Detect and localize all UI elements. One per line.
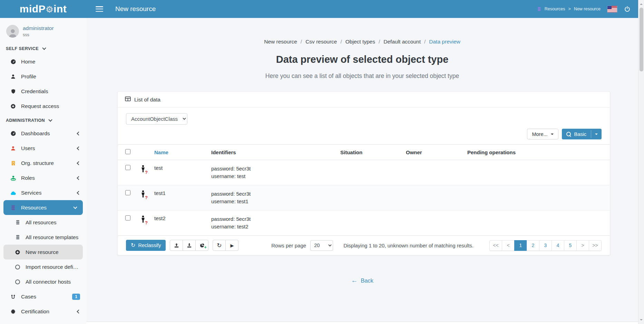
- sidebar-item-roles[interactable]: Roles: [0, 170, 86, 185]
- sidebar-toggle-button[interactable]: [96, 6, 103, 12]
- search-mode-dropdown[interactable]: [591, 129, 602, 139]
- dashboard-icon: [9, 59, 17, 65]
- role-user-icon: [9, 175, 17, 181]
- column-header-owner: Owner: [403, 145, 465, 160]
- cell-pending-operations: [465, 210, 610, 236]
- section-self-service[interactable]: SELF SERVICE: [0, 42, 86, 54]
- breadcrumb-separator: >: [568, 7, 571, 11]
- row-checkbox[interactable]: [125, 165, 130, 170]
- upload-button[interactable]: [170, 240, 183, 251]
- sidebar-item-dashboards[interactable]: Dashboards: [0, 126, 86, 141]
- cell-identifiers: password: 5ecr3tusername: test: [208, 160, 338, 185]
- sidebar-item-profile[interactable]: Profile: [0, 69, 86, 84]
- sidebar-item-home[interactable]: Home: [0, 54, 86, 69]
- column-header-pending-operations: Pending operations: [465, 145, 610, 160]
- building-icon: [9, 160, 17, 166]
- wizard-step-new-resource[interactable]: New resource: [264, 39, 297, 45]
- sidebar-item-users[interactable]: Users: [0, 141, 86, 156]
- more-button[interactable]: More...: [527, 129, 558, 139]
- breadcrumb-section[interactable]: Resources: [545, 7, 565, 11]
- chevron-left-icon: [77, 310, 80, 313]
- sidebar-item-all-resource-templates[interactable]: All resource templates: [0, 230, 86, 245]
- page-first-button[interactable]: <<: [489, 240, 502, 251]
- refresh-button[interactable]: ↻: [213, 240, 226, 251]
- sidebar-item-services[interactable]: Services: [0, 185, 86, 200]
- sidebar-item-label: Resources: [21, 205, 47, 211]
- row-checkbox[interactable]: [125, 190, 130, 195]
- scroll-up-arrow[interactable]: [640, 2, 643, 5]
- logo-gear-icon: ⚙: [46, 4, 53, 14]
- wizard-separator: /: [424, 39, 426, 45]
- breadcrumb[interactable]: Resources > New resource: [537, 7, 601, 11]
- refresh-play-button-group: ↻ ▶: [213, 240, 238, 251]
- sidebar-item-certification[interactable]: Certification: [0, 304, 86, 319]
- table-row: ? test2 password: 5ecr3tusername: test2: [118, 210, 610, 236]
- main-content: New resource/Csv resource/Object types/D…: [86, 18, 638, 324]
- row-checkbox[interactable]: [125, 215, 130, 220]
- vertical-scrollbar[interactable]: [638, 0, 644, 324]
- midpoint-logo[interactable]: midP⚙int: [0, 3, 86, 15]
- wizard-step-csv-resource[interactable]: Csv resource: [305, 39, 337, 45]
- sidebar-item-org-structure[interactable]: Org. structure: [0, 156, 86, 170]
- sidebar-item-label: Import resource definit…: [26, 264, 80, 270]
- sidebar-item-credentials[interactable]: Credentials: [0, 84, 86, 99]
- back-button[interactable]: ← Back: [351, 277, 373, 284]
- play-button[interactable]: ▶: [225, 240, 238, 251]
- sidebar-item-cases[interactable]: Cases 1: [0, 289, 86, 304]
- report-pie-chart-add-button[interactable]: +: [195, 240, 208, 251]
- sidebar-item-all-connector-hosts[interactable]: All connector hosts: [0, 274, 86, 289]
- column-header-name[interactable]: Name: [152, 145, 208, 160]
- wizard-step-data-preview[interactable]: Data preview: [429, 39, 460, 45]
- filter-area: AccountObjectClass More... Basic: [118, 108, 610, 145]
- locale-flag-us-icon[interactable]: [607, 6, 617, 12]
- sidebar-item-all-resources[interactable]: All resources: [0, 215, 86, 230]
- rows-per-page-select[interactable]: 20: [310, 240, 333, 251]
- scroll-down-arrow[interactable]: [640, 319, 643, 322]
- body-wrapper: administrator sss SELF SERVICE Home Prof…: [0, 18, 638, 324]
- back-label: Back: [361, 277, 373, 284]
- cell-name[interactable]: test: [152, 160, 208, 185]
- page-last-button[interactable]: >>: [589, 240, 602, 251]
- sidebar-item-label: Users: [21, 145, 35, 151]
- wizard-breadcrumb: New resource/Csv resource/Object types/D…: [86, 39, 638, 45]
- wizard-step-default-account[interactable]: Default account: [383, 39, 421, 45]
- cell-owner: [403, 185, 465, 210]
- cell-name[interactable]: test1: [152, 185, 208, 210]
- cloud-icon: [9, 190, 17, 195]
- page-1-button[interactable]: 1: [514, 240, 527, 251]
- sidebar-item-new-resource[interactable]: New resource: [3, 245, 83, 259]
- logout-power-icon[interactable]: [624, 6, 631, 12]
- wizard-step-object-types[interactable]: Object types: [345, 39, 375, 45]
- cell-owner: [403, 160, 465, 185]
- sidebar-item-import-resource-definition[interactable]: Import resource definit…: [0, 259, 86, 274]
- avatar[interactable]: [6, 25, 19, 38]
- dashboard-icon: [9, 130, 17, 136]
- cell-pending-operations: [465, 185, 610, 210]
- play-icon: ▶: [230, 243, 234, 248]
- reclassify-button[interactable]: ↻ Reclassify: [126, 240, 166, 251]
- page-prev-button[interactable]: <: [502, 240, 515, 251]
- download-button[interactable]: [183, 240, 196, 251]
- sidebar-item-request-access[interactable]: Request access: [0, 99, 86, 114]
- page-3-button[interactable]: 3: [539, 240, 552, 251]
- page-2-button[interactable]: 2: [527, 240, 539, 251]
- sidebar-item-resources[interactable]: Resources: [3, 200, 83, 215]
- page-4-button[interactable]: 4: [552, 240, 564, 251]
- certificate-icon: [9, 309, 17, 314]
- cell-situation: [338, 160, 403, 185]
- page-5-button[interactable]: 5: [564, 240, 577, 251]
- user-name[interactable]: administrator: [23, 25, 54, 31]
- select-all-checkbox[interactable]: [125, 149, 130, 154]
- scrollbar-thumb[interactable]: [640, 8, 643, 71]
- sidebar-item-label: Certification: [21, 308, 49, 315]
- cell-name[interactable]: test2: [152, 210, 208, 236]
- section-administration[interactable]: ADMINISTRATION: [0, 114, 86, 126]
- table-header-row: Name Identifiers Situation Owner Pending…: [118, 145, 610, 160]
- sync-icon: ↻: [217, 243, 222, 248]
- object-class-select[interactable]: AccountObjectClass: [126, 113, 187, 125]
- data-table: Name Identifiers Situation Owner Pending…: [118, 145, 610, 235]
- column-header-situation: Situation: [338, 145, 403, 160]
- circle-outline-icon: [14, 279, 21, 284]
- basic-search-button[interactable]: Basic: [562, 129, 602, 139]
- page-next-button[interactable]: >: [576, 240, 589, 251]
